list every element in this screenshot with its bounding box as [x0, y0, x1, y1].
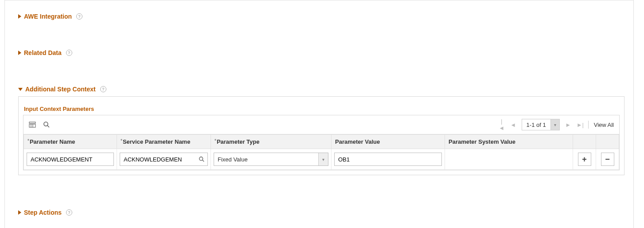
chevron-down-icon — [18, 88, 23, 91]
add-row-button[interactable]: + — [578, 153, 591, 166]
parameter-system-value-cell — [445, 149, 573, 170]
subsection-title: Input Context Parameters — [24, 106, 620, 112]
svg-rect-0 — [29, 122, 35, 123]
grid-toolbar-left — [29, 121, 50, 128]
svg-point-6 — [199, 157, 203, 161]
service-parameter-name-input[interactable] — [120, 153, 208, 166]
section-title: AWE Integration — [24, 13, 72, 20]
svg-line-5 — [47, 126, 49, 127]
view-all-link[interactable]: View All — [594, 122, 614, 128]
col-add — [573, 135, 596, 149]
table-row: Fixed Value ▾ + — [24, 149, 619, 170]
help-icon[interactable]: ? — [76, 13, 82, 20]
col-parameter-name[interactable]: *Parameter Name — [24, 135, 117, 149]
select-value: Fixed Value — [214, 153, 318, 165]
parameter-name-input[interactable] — [27, 153, 114, 166]
search-icon[interactable] — [43, 121, 50, 128]
section-additional-step-context-body: Input Context Parameters |◄ ◄ 1-1 of 1 — [18, 96, 624, 175]
prev-page-button[interactable]: ◄ — [510, 122, 516, 128]
grid-toolbar: |◄ ◄ 1-1 of 1 ▾ ► ►| View All — [23, 115, 619, 134]
first-page-button[interactable]: |◄ — [499, 118, 505, 131]
parameter-type-select[interactable]: Fixed Value ▾ — [214, 153, 328, 166]
delete-row-button[interactable]: − — [601, 153, 614, 166]
section-title: Step Actions — [24, 209, 62, 216]
last-page-button[interactable]: ►| — [577, 122, 583, 128]
help-icon[interactable]: ? — [66, 50, 72, 56]
parameter-value-field-wrap — [334, 153, 442, 166]
input-context-grid: |◄ ◄ 1-1 of 1 ▾ ► ►| View All *Parameter… — [23, 115, 620, 170]
col-delete — [596, 135, 619, 149]
lookup-icon[interactable] — [198, 156, 205, 163]
col-parameter-type[interactable]: *Parameter Type — [211, 135, 332, 149]
chevron-right-icon — [18, 14, 21, 19]
chevron-down-icon: ▾ — [318, 153, 328, 165]
parameter-name-field-wrap — [27, 153, 114, 166]
section-awe-integration-header[interactable]: AWE Integration ? — [18, 13, 624, 20]
chevron-right-icon — [18, 51, 21, 55]
help-icon[interactable]: ? — [66, 209, 72, 216]
section-title: Additional Step Context — [25, 86, 96, 93]
page-container: AWE Integration ? Related Data ? Additio… — [4, 0, 634, 228]
col-parameter-system-value[interactable]: Parameter System Value — [445, 135, 573, 149]
parameter-value-input[interactable] — [334, 153, 442, 166]
service-parameter-name-field-wrap — [120, 153, 208, 166]
help-icon[interactable]: ? — [100, 86, 106, 92]
section-title: Related Data — [24, 49, 62, 56]
input-context-table: *Parameter Name *Service Parameter Name … — [23, 134, 619, 170]
next-page-button[interactable]: ► — [565, 122, 571, 128]
personalize-icon[interactable] — [29, 121, 36, 128]
grid-toolbar-right: |◄ ◄ 1-1 of 1 ▾ ► ►| View All — [499, 118, 614, 131]
page-range-text: 1-1 of 1 — [522, 119, 550, 130]
separator — [588, 121, 589, 129]
table-header-row: *Parameter Name *Service Parameter Name … — [24, 135, 619, 149]
svg-line-7 — [203, 160, 204, 162]
page-indicator[interactable]: 1-1 of 1 ▾ — [522, 119, 560, 130]
svg-rect-1 — [29, 124, 35, 127]
chevron-down-icon: ▾ — [550, 119, 559, 130]
section-additional-step-context-header[interactable]: Additional Step Context ? — [18, 86, 624, 93]
section-step-actions-header[interactable]: Step Actions ? — [18, 209, 624, 216]
col-service-parameter-name[interactable]: *Service Parameter Name — [117, 135, 211, 149]
col-parameter-value[interactable]: Parameter Value — [332, 135, 445, 149]
svg-point-4 — [44, 122, 48, 126]
section-related-data-header[interactable]: Related Data ? — [18, 49, 624, 56]
chevron-right-icon — [18, 210, 21, 215]
